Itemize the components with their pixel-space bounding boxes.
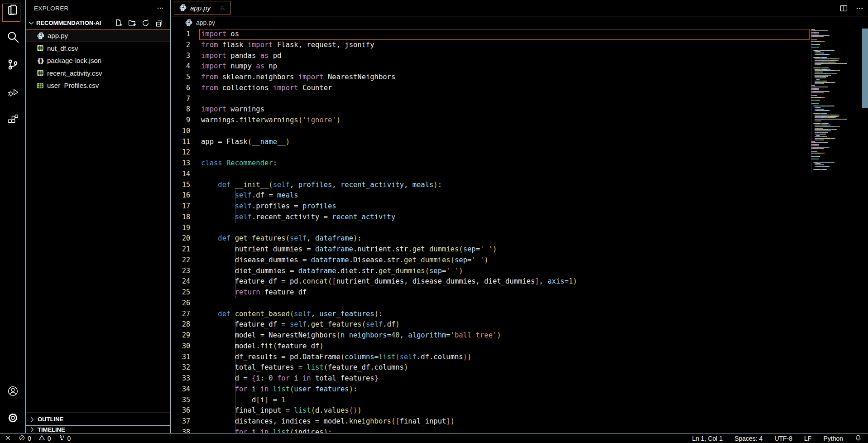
code-line-23[interactable]: 23 diet_dummies = dataframe.diet.str.get… xyxy=(171,266,868,277)
minimap-line xyxy=(811,117,862,118)
accounts-button[interactable] xyxy=(0,383,25,401)
code-line-16[interactable]: 16 self.df = meals xyxy=(171,190,868,201)
sidebar-item-search[interactable] xyxy=(0,29,25,47)
code-line-20[interactable]: 20 def get_features(self, dataframe): xyxy=(171,233,868,244)
source-control-icon xyxy=(7,58,19,72)
sidebar-item-run-debug[interactable] xyxy=(0,84,25,102)
minimap-line xyxy=(811,109,862,110)
ellipsis-icon[interactable] xyxy=(157,5,164,12)
more-actions-icon[interactable] xyxy=(856,5,863,12)
status-item-errors[interactable]: 0 xyxy=(19,434,31,443)
manage-button[interactable] xyxy=(0,409,25,428)
status-item-text: Python xyxy=(823,435,843,442)
file-row-package-lock.json[interactable]: {}package-lock.json xyxy=(26,54,170,67)
code-line-1[interactable]: 1import os xyxy=(171,29,868,40)
code-line-26[interactable]: 26 xyxy=(171,298,868,309)
code-line-2[interactable]: 2from flask import Flask, request, jsoni… xyxy=(171,40,868,51)
code-line-34[interactable]: 34 for i in list(user_features): xyxy=(171,384,868,395)
minimap-line xyxy=(811,48,862,49)
code-line-21[interactable]: 21 nutrient_dummies = dataframe.nutrient… xyxy=(171,244,868,255)
refresh-icon[interactable] xyxy=(142,19,149,27)
code-line-19[interactable]: 19 xyxy=(171,223,868,234)
minimap-line xyxy=(811,123,862,124)
status-item-eol[interactable]: LF xyxy=(804,435,811,442)
minimap[interactable] xyxy=(811,29,862,173)
status-item-warnings[interactable]: 0 xyxy=(38,434,51,443)
code-editor[interactable]: 1import os2from flask import Flask, requ… xyxy=(171,29,868,433)
code-line-4[interactable]: 4import numpy as np xyxy=(171,61,868,72)
code-line-14[interactable]: 14 xyxy=(171,169,868,180)
tab-app-py[interactable]: app.py xyxy=(174,1,231,14)
sidebar-item-explorer[interactable] xyxy=(0,2,25,20)
code-line-31[interactable]: 31 df_results = pd.DataFrame(columns=lis… xyxy=(171,352,868,363)
code-line-33[interactable]: 33 d = {i: 0 for i in total_features} xyxy=(171,373,868,384)
status-item-cursor-position[interactable]: Ln 1, Col 1 xyxy=(692,435,723,442)
code-line-8[interactable]: 8import warnings xyxy=(171,104,868,115)
code-text: from collections import Counter xyxy=(201,83,332,94)
status-item-text: Spaces: 4 xyxy=(734,435,762,442)
file-name: user_Profiles.csv xyxy=(47,82,99,89)
code-line-9[interactable]: 9warnings.filterwarnings('ignore') xyxy=(171,115,868,126)
code-line-18[interactable]: 18 self.recent_activity = recent_activit… xyxy=(171,212,868,223)
folder-section-header[interactable]: RECOMMENDATION-AI xyxy=(26,16,170,29)
sidebar-item-source-control[interactable] xyxy=(0,56,25,74)
line-number: 31 xyxy=(171,352,190,363)
file-row-nut_df.csv[interactable]: nut_df.csv xyxy=(26,42,170,55)
code-line-27[interactable]: 27 def content_based(self, user_features… xyxy=(171,309,868,320)
code-line-37[interactable]: 37 distances, indices = model.kneighbors… xyxy=(171,416,868,427)
code-text: d = {i: 0 for i in total_features} xyxy=(201,373,379,384)
code-line-22[interactable]: 22 disease_dummies = dataframe.Disease.s… xyxy=(171,255,868,266)
code-line-5[interactable]: 5from sklearn.neighbors import NearestNe… xyxy=(171,72,868,83)
split-editor-icon[interactable] xyxy=(840,5,848,12)
code-line-25[interactable]: 25 return feature_df xyxy=(171,287,868,298)
code-line-13[interactable]: 13class Recommender: xyxy=(171,158,868,169)
outline-label: OUTLINE xyxy=(38,416,63,423)
scrollbar-slider[interactable] xyxy=(862,29,868,108)
status-item-encoding[interactable]: UTF-8 xyxy=(774,435,792,442)
code-text: d[i] = 1 xyxy=(201,395,286,406)
code-text: from flask import Flask, request, jsonif… xyxy=(201,40,374,51)
status-item-indentation[interactable]: Spaces: 4 xyxy=(734,435,762,442)
code-line-6[interactable]: 6from collections import Counter xyxy=(171,83,868,94)
code-line-35[interactable]: 35 d[i] = 1 xyxy=(171,395,868,406)
code-line-12[interactable]: 12 xyxy=(171,147,868,158)
code-line-3[interactable]: 3import pandas as pd xyxy=(171,51,868,62)
code-line-24[interactable]: 24 feature_df = pd.concat([nutrient_dumm… xyxy=(171,276,868,287)
line-number: 3 xyxy=(171,51,190,62)
code-line-11[interactable]: 11app = Flask(__name__) xyxy=(171,137,868,148)
status-item-notifications[interactable] xyxy=(855,434,862,443)
code-text: def content_based(self, user_features): xyxy=(201,309,383,320)
code-line-30[interactable]: 30 model.fit(feature_df) xyxy=(171,341,868,352)
code-line-38[interactable]: 38 for i in list(indices): xyxy=(171,427,868,433)
code-line-28[interactable]: 28 feature_df = self.get_features(self.d… xyxy=(171,319,868,330)
file-row-user_Profiles.csv[interactable]: user_Profiles.csv xyxy=(26,79,170,92)
file-row-app.py[interactable]: app.py xyxy=(26,29,170,42)
code-line-32[interactable]: 32 total_features = list(feature_df.colu… xyxy=(171,362,868,373)
active-indicator xyxy=(2,4,20,22)
code-line-17[interactable]: 17 self.profiles = profiles xyxy=(171,201,868,212)
close-icon[interactable] xyxy=(220,5,225,11)
code-line-7[interactable]: 7 xyxy=(171,94,868,105)
sidebar-item-extensions[interactable] xyxy=(0,111,25,129)
line-number: 4 xyxy=(171,61,190,72)
collapse-all-icon[interactable] xyxy=(155,19,163,27)
status-item-remote-indicator[interactable] xyxy=(5,434,11,443)
line-number: 29 xyxy=(171,330,190,341)
line-number: 5 xyxy=(171,72,190,83)
status-item-language-mode[interactable]: Python xyxy=(823,435,843,442)
code-line-10[interactable]: 10 xyxy=(171,126,868,137)
code-line-29[interactable]: 29 model = NearestNeighbors(n_neighbors=… xyxy=(171,330,868,341)
outline-panel-header[interactable]: OUTLINE xyxy=(26,413,170,425)
code-line-36[interactable]: 36 final_input = list(d.values()) xyxy=(171,405,868,416)
breadcrumb[interactable]: app.py xyxy=(171,16,868,29)
minimap-line xyxy=(811,134,862,135)
timeline-panel-header[interactable]: TIMELINE xyxy=(26,425,170,433)
new-folder-icon[interactable] xyxy=(128,19,136,27)
minimap-line xyxy=(811,162,862,163)
file-row-recent_activity.csv[interactable]: recent_activity.csv xyxy=(26,67,170,80)
file-list: app.pynut_df.csv{}package-lock.jsonrecen… xyxy=(26,29,170,413)
status-item-ports[interactable]: 0 xyxy=(58,434,71,443)
csv-file-icon xyxy=(37,82,44,89)
new-file-icon[interactable] xyxy=(115,19,122,27)
code-line-15[interactable]: 15 def __init__(self, profiles, recent_a… xyxy=(171,180,868,191)
